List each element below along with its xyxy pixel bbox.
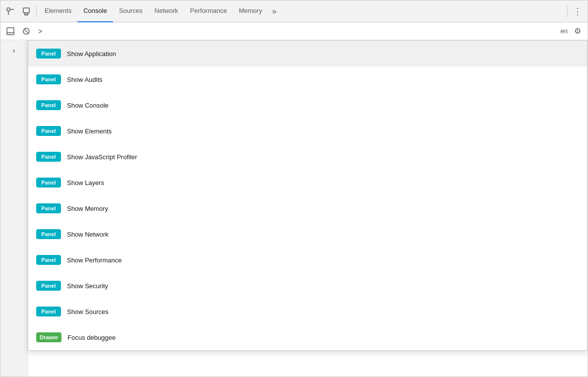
toolbar-divider-1	[36, 5, 37, 17]
clear-console-button[interactable]	[18, 23, 34, 39]
panel-badge: Panel	[36, 49, 61, 59]
device-toggle-button[interactable]	[18, 3, 34, 19]
tab-list: Elements Console Sources Network Perform…	[39, 0, 565, 22]
list-item[interactable]: Panel Show Security	[28, 273, 587, 299]
dropdown-item-label: Show Memory	[67, 205, 108, 212]
tab-elements[interactable]: Elements	[39, 0, 77, 22]
drawer-badge: Drawer	[36, 332, 61, 342]
dropdown-item-label: Focus debuggee	[67, 334, 116, 341]
panel-badge: Panel	[36, 255, 61, 265]
dropdown-item-label: Show Elements	[67, 127, 112, 135]
drawer-toggle-button[interactable]	[2, 23, 18, 39]
command-dropdown: Panel Show Application Panel Show Audits…	[28, 40, 588, 351]
tab-console[interactable]: Console	[77, 0, 113, 22]
svg-rect-6	[7, 28, 14, 35]
top-toolbar: Elements Console Sources Network Perform…	[0, 0, 588, 22]
panel-badge: Panel	[36, 126, 61, 136]
devtools-window: Elements Console Sources Network Perform…	[0, 0, 588, 377]
main-area: › Panel Show Application Panel Show Audi…	[0, 40, 588, 377]
expand-sidebar-button[interactable]: ›	[10, 44, 17, 57]
dropdown-item-label: Show JavaScript Profiler	[67, 153, 137, 161]
svg-rect-3	[23, 8, 29, 13]
panel-badge: Panel	[36, 100, 61, 110]
console-toolbar: > en ⚙	[0, 22, 588, 40]
dropdown-item-label: Show Network	[67, 231, 109, 238]
panel-badge: Panel	[36, 281, 61, 291]
console-input-area[interactable]: >	[34, 27, 561, 35]
list-item[interactable]: Panel Show Application	[28, 41, 587, 66]
list-item[interactable]: Panel Show Performance	[28, 247, 587, 273]
three-dots-menu-button[interactable]: ⋮	[570, 3, 586, 19]
list-item[interactable]: Panel Show JavaScript Profiler	[28, 144, 587, 170]
console-filter-label: en	[561, 27, 568, 35]
console-settings-button[interactable]: ⚙	[570, 23, 586, 39]
toolbar-divider-2	[567, 5, 568, 17]
gear-icon: ⚙	[574, 26, 581, 36]
list-item[interactable]: Panel Show Memory	[28, 195, 587, 221]
dropdown-item-label: Show Performance	[67, 256, 122, 264]
list-item[interactable]: Panel Show Sources	[28, 299, 587, 324]
panel-badge: Panel	[36, 74, 61, 84]
left-sidebar: ›	[0, 40, 28, 377]
list-item[interactable]: Panel Show Audits	[28, 66, 587, 92]
dropdown-item-label: Show Security	[67, 282, 108, 290]
dropdown-item-label: Show Audits	[67, 76, 103, 83]
panel-badge: Panel	[36, 152, 61, 162]
list-item[interactable]: Panel Show Network	[28, 221, 587, 247]
panel-badge: Panel	[36, 307, 61, 316]
tab-performance[interactable]: Performance	[184, 0, 233, 22]
toolbar-right: ⋮	[570, 3, 586, 19]
dots-icon: ⋮	[573, 6, 583, 17]
dropdown-item-label: Show Layers	[67, 179, 104, 187]
tab-memory[interactable]: Memory	[233, 0, 268, 22]
tab-more-button[interactable]: »	[268, 0, 281, 22]
svg-rect-0	[7, 8, 10, 11]
panel-badge: Panel	[36, 229, 61, 239]
list-item[interactable]: Drawer Focus debuggee	[28, 324, 587, 350]
list-item[interactable]: Panel Show Layers	[28, 170, 587, 195]
dropdown-item-label: Show Sources	[67, 308, 109, 315]
tab-sources[interactable]: Sources	[113, 0, 149, 22]
list-item[interactable]: Panel Show Console	[28, 92, 587, 118]
content-area: Panel Show Application Panel Show Audits…	[28, 40, 588, 377]
prompt-chevron: >	[38, 27, 42, 35]
svg-line-10	[24, 29, 28, 33]
panel-badge: Panel	[36, 203, 61, 213]
dropdown-item-label: Show Console	[67, 102, 109, 109]
tab-network[interactable]: Network	[149, 0, 184, 22]
list-item[interactable]: Panel Show Elements	[28, 118, 587, 144]
inspect-element-button[interactable]	[2, 3, 18, 19]
dropdown-item-label: Show Application	[67, 50, 116, 58]
panel-badge: Panel	[36, 178, 61, 188]
